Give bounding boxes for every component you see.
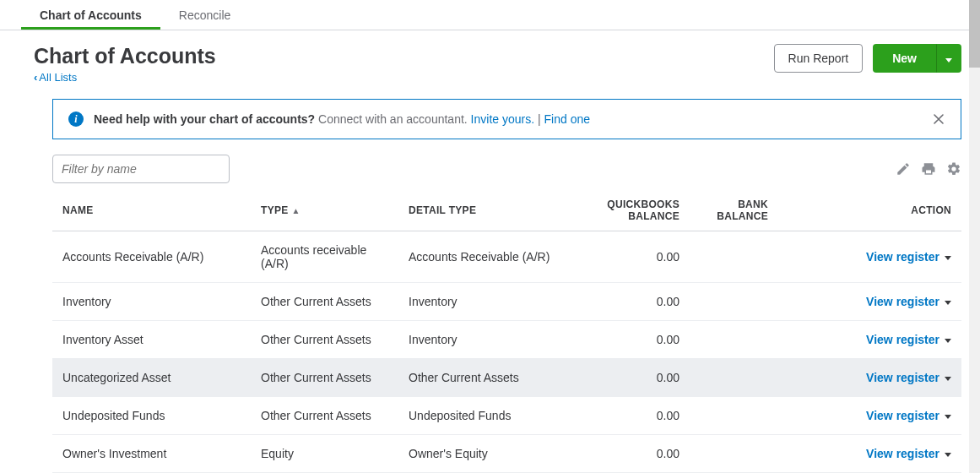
chevron-down-icon[interactable] [945, 335, 951, 345]
cell-qb-balance: 0.00 [563, 231, 690, 283]
cell-action: View register [778, 397, 961, 435]
col-type[interactable]: TYPE▲ [251, 190, 398, 231]
invite-yours-link[interactable]: Invite yours. [471, 112, 534, 126]
cell-type: Other Current Assets [251, 283, 398, 321]
info-banner-text: Need help with your chart of accounts? C… [94, 112, 922, 126]
chevron-down-icon[interactable] [945, 411, 951, 421]
cell-action: View register [778, 321, 961, 359]
cell-name: Accounts Receivable (A/R) [52, 231, 251, 283]
edit-icon[interactable] [896, 161, 911, 177]
chevron-down-icon[interactable] [945, 297, 951, 307]
cell-detail-type: Inventory [398, 283, 563, 321]
tab-chart-of-accounts[interactable]: Chart of Accounts [21, 2, 160, 29]
chevron-down-icon[interactable] [945, 449, 951, 459]
col-name[interactable]: NAME [52, 190, 251, 231]
table-row[interactable]: Inventory AssetOther Current AssetsInven… [52, 321, 961, 359]
find-one-link[interactable]: Find one [544, 112, 590, 126]
top-nav: Chart of Accounts Reconcile [0, 0, 980, 30]
col-qb-balance[interactable]: QUICKBOOKS BALANCE [563, 190, 690, 231]
back-all-lists-link[interactable]: ‹ All Lists [34, 71, 77, 84]
table-toolbar [52, 155, 961, 183]
run-report-button[interactable]: Run Report [774, 44, 864, 73]
info-banner-muted: Connect with an accountant. [318, 112, 468, 126]
cell-bank-balance [690, 321, 778, 359]
cell-detail-type: Other Current Assets [398, 359, 563, 397]
vertical-scrollbar[interactable] [969, 0, 980, 473]
close-icon[interactable] [932, 112, 945, 126]
view-register-link[interactable]: View register [866, 295, 951, 308]
chevron-left-icon: ‹ [34, 71, 37, 84]
accounts-table: NAME TYPE▲ DETAIL TYPE QUICKBOOKS BALANC… [52, 190, 961, 473]
cell-detail-type: Owner's Equity [398, 435, 563, 473]
cell-name: Owner's Investment [52, 435, 251, 473]
table-row[interactable]: InventoryOther Current AssetsInventory0.… [52, 283, 961, 321]
tab-reconcile[interactable]: Reconcile [160, 2, 249, 29]
cell-qb-balance: 0.00 [563, 321, 690, 359]
cell-type: Other Current Assets [251, 321, 398, 359]
col-action: ACTION [778, 190, 961, 231]
cell-action: View register [778, 231, 961, 283]
chevron-down-icon[interactable] [945, 253, 951, 262]
table-row[interactable]: Accounts Receivable (A/R)Accounts receiv… [52, 231, 961, 283]
view-register-link[interactable]: View register [866, 409, 951, 422]
cell-action: View register [778, 283, 961, 321]
cell-bank-balance [690, 435, 778, 473]
cell-qb-balance: 0.00 [563, 435, 690, 473]
cell-name: Uncategorized Asset [52, 359, 251, 397]
cell-detail-type: Undeposited Funds [398, 397, 563, 435]
table-row[interactable]: Owner's InvestmentEquityOwner's Equity0.… [52, 435, 961, 473]
info-banner: i Need help with your chart of accounts?… [52, 99, 961, 139]
sort-asc-icon: ▲ [292, 206, 300, 215]
table-row[interactable]: Undeposited FundsOther Current AssetsUnd… [52, 397, 961, 435]
new-button[interactable]: New [873, 44, 936, 73]
cell-bank-balance [690, 359, 778, 397]
cell-type: Accounts receivable (A/R) [251, 231, 398, 283]
cell-qb-balance: 0.00 [563, 283, 690, 321]
col-bank-balance[interactable]: BANK BALANCE [690, 190, 778, 231]
chevron-down-icon[interactable] [945, 373, 951, 383]
print-icon[interactable] [921, 161, 936, 177]
view-register-link[interactable]: View register [866, 333, 951, 346]
cell-name: Inventory [52, 283, 251, 321]
page-header: Chart of Accounts ‹ All Lists Run Report… [34, 44, 961, 84]
cell-type: Equity [251, 435, 398, 473]
view-register-link[interactable]: View register [866, 371, 951, 384]
filter-input[interactable] [52, 155, 230, 183]
col-detail-type[interactable]: DETAIL TYPE [398, 190, 563, 231]
cell-bank-balance [690, 231, 778, 283]
info-banner-sep: | [534, 112, 544, 126]
cell-detail-type: Inventory [398, 321, 563, 359]
cell-qb-balance: 0.00 [563, 397, 690, 435]
back-link-label: All Lists [39, 71, 77, 84]
info-icon: i [68, 111, 84, 127]
table-row[interactable]: Uncategorized AssetOther Current AssetsO… [52, 359, 961, 397]
scrollbar-thumb[interactable] [969, 0, 980, 68]
cell-name: Inventory Asset [52, 321, 251, 359]
view-register-link[interactable]: View register [866, 447, 951, 460]
view-register-link[interactable]: View register [866, 250, 951, 264]
cell-detail-type: Accounts Receivable (A/R) [398, 231, 563, 283]
new-button-dropdown[interactable] [936, 44, 961, 73]
gear-icon[interactable] [946, 161, 961, 177]
col-type-label: TYPE [261, 204, 289, 216]
cell-name: Undeposited Funds [52, 397, 251, 435]
info-banner-strong: Need help with your chart of accounts? [94, 112, 315, 126]
cell-action: View register [778, 359, 961, 397]
new-button-group: New [873, 44, 961, 73]
cell-type: Other Current Assets [251, 359, 398, 397]
cell-qb-balance: 0.00 [563, 359, 690, 397]
cell-type: Other Current Assets [251, 397, 398, 435]
cell-action: View register [778, 435, 961, 473]
page-title: Chart of Accounts [34, 44, 774, 68]
cell-bank-balance [690, 283, 778, 321]
chevron-down-icon [945, 52, 952, 65]
cell-bank-balance [690, 397, 778, 435]
